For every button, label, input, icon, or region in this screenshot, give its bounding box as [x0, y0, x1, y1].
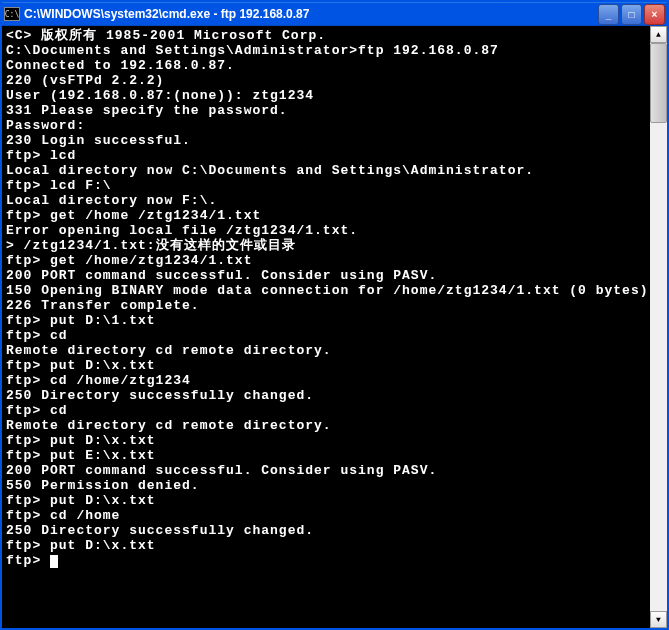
titlebar[interactable]: C:\ C:\WINDOWS\system32\cmd.exe - ftp 19…	[2, 2, 667, 26]
scroll-up-button[interactable]: ▲	[650, 26, 667, 43]
terminal-line: Error opening local file /ztg1234/1.txt.	[6, 223, 646, 238]
terminal-line: ftp> lcd F:\	[6, 178, 646, 193]
terminal-line: 220 (vsFTPd 2.2.2)	[6, 73, 646, 88]
terminal-line: ftp> put D:\x.txt	[6, 493, 646, 508]
terminal-line: 250 Directory successfully changed.	[6, 388, 646, 403]
command-prompt-window: C:\ C:\WINDOWS\system32\cmd.exe - ftp 19…	[0, 0, 669, 630]
scroll-down-button[interactable]: ▼	[650, 611, 667, 628]
terminal-line: 150 Opening BINARY mode data connection …	[6, 283, 646, 298]
terminal-line: Password:	[6, 118, 646, 133]
terminal-output[interactable]: <C> 版权所有 1985-2001 Microsoft Corp.C:\Doc…	[2, 26, 650, 628]
vertical-scrollbar[interactable]: ▲ ▼	[650, 26, 667, 628]
window-controls: _ □ ×	[598, 4, 665, 25]
terminal-line: Connected to 192.168.0.87.	[6, 58, 646, 73]
terminal-line: 230 Login successful.	[6, 133, 646, 148]
terminal-line: ftp> cd	[6, 328, 646, 343]
maximize-button[interactable]: □	[621, 4, 642, 25]
terminal-line: ftp> get /home /ztg1234/1.txt	[6, 208, 646, 223]
terminal-line: Remote directory cd remote directory.	[6, 343, 646, 358]
terminal-line: ftp>	[6, 553, 646, 568]
terminal-line: 250 Directory successfully changed.	[6, 523, 646, 538]
terminal-line: ftp> put D:\x.txt	[6, 358, 646, 373]
terminal-line: 200 PORT command successful. Consider us…	[6, 463, 646, 478]
terminal-line: ftp> put D:\1.txt	[6, 313, 646, 328]
terminal-line: ftp> get /home/ztg1234/1.txt	[6, 253, 646, 268]
terminal-line: 550 Permission denied.	[6, 478, 646, 493]
terminal-line: ftp> put D:\x.txt	[6, 433, 646, 448]
terminal-line: Local directory now C:\Documents and Set…	[6, 163, 646, 178]
close-button[interactable]: ×	[644, 4, 665, 25]
terminal-line: ftp> cd /home/ztg1234	[6, 373, 646, 388]
scroll-thumb[interactable]	[650, 43, 667, 123]
terminal-line: C:\Documents and Settings\Administrator>…	[6, 43, 646, 58]
terminal-line: ftp> put E:\x.txt	[6, 448, 646, 463]
terminal-line: ftp> lcd	[6, 148, 646, 163]
terminal-line: > /ztg1234/1.txt:没有这样的文件或目录	[6, 238, 646, 253]
window-title: C:\WINDOWS\system32\cmd.exe - ftp 192.16…	[24, 7, 598, 21]
terminal-line: User (192.168.0.87:(none)): ztg1234	[6, 88, 646, 103]
terminal-line: Remote directory cd remote directory.	[6, 418, 646, 433]
window-body: <C> 版权所有 1985-2001 Microsoft Corp.C:\Doc…	[2, 26, 667, 628]
terminal-line: ftp> cd /home	[6, 508, 646, 523]
terminal-line: ftp> put D:\x.txt	[6, 538, 646, 553]
minimize-button[interactable]: _	[598, 4, 619, 25]
terminal-line: 331 Please specify the password.	[6, 103, 646, 118]
terminal-line: ftp> cd	[6, 403, 646, 418]
terminal-line: 226 Transfer complete.	[6, 298, 646, 313]
scroll-track[interactable]	[650, 43, 667, 611]
terminal-line: <C> 版权所有 1985-2001 Microsoft Corp.	[6, 28, 646, 43]
cmd-icon: C:\	[4, 7, 20, 21]
terminal-line: Local directory now F:\.	[6, 193, 646, 208]
terminal-line: 200 PORT command successful. Consider us…	[6, 268, 646, 283]
terminal-cursor	[50, 555, 58, 568]
